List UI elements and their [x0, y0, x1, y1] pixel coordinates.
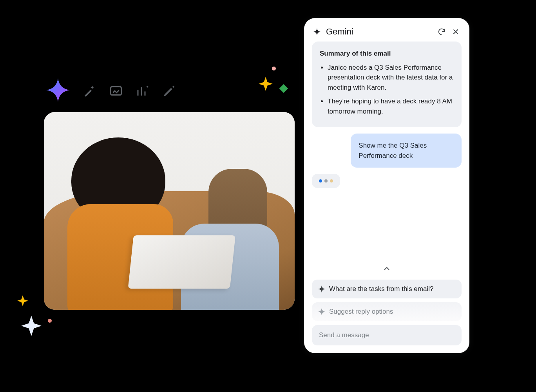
laptop — [127, 235, 235, 302]
gemini-spark-icon — [46, 78, 70, 103]
magic-wand-icon — [82, 84, 96, 98]
chart-spark-icon — [136, 84, 150, 98]
svg-rect-3 — [111, 87, 121, 95]
sparkle-blue-icon — [21, 316, 42, 336]
svg-rect-0 — [279, 84, 288, 93]
summary-item: Janice needs a Q3 Sales Performance pres… — [328, 63, 454, 93]
collapse-suggestions-button[interactable] — [382, 262, 391, 276]
diamond-green-icon — [279, 84, 288, 93]
gemini-side-panel: Gemini Summary of this email Janice need… — [304, 18, 469, 353]
message-input[interactable]: Send a message — [312, 325, 462, 345]
typing-dot-icon — [324, 179, 328, 182]
panel-header: Gemini — [304, 18, 469, 42]
spark-icon — [318, 308, 325, 315]
gemini-icon — [313, 28, 321, 35]
spark-icon — [318, 285, 325, 293]
chat-body: Summary of this email Janice needs a Q3 … — [304, 42, 469, 259]
panel-footer: What are the tasks from this email? Sugg… — [304, 259, 469, 353]
sparkle-yellow-icon — [259, 77, 273, 91]
suggestion-chip[interactable]: Suggest reply options — [312, 302, 462, 321]
photo-scene — [44, 112, 295, 310]
close-button[interactable] — [451, 27, 460, 36]
svg-point-1 — [272, 67, 276, 70]
summary-item: They're hoping to have a deck ready 8 AM… — [328, 96, 454, 116]
image-spark-icon — [109, 84, 123, 98]
pencil-spark-icon — [162, 84, 176, 98]
suggestion-chip[interactable]: What are the tasks from this email? — [312, 280, 462, 298]
typing-dot-icon — [330, 179, 333, 182]
feature-icon-row — [46, 78, 176, 103]
assistant-summary-bubble: Summary of this email Janice needs a Q3 … — [312, 42, 462, 127]
dot-red-icon — [48, 319, 52, 323]
hero-photo — [44, 112, 295, 310]
suggestion-label: What are the tasks from this email? — [329, 285, 433, 293]
sparkle-yellow-small-icon — [17, 295, 28, 306]
user-message-bubble: Show me the Q3 Sales Performance deck — [351, 134, 462, 168]
suggestion-label: Suggest reply options — [329, 308, 393, 316]
summary-heading: Summary of this email — [320, 49, 454, 59]
refresh-button[interactable] — [437, 27, 446, 36]
typing-dot-icon — [319, 179, 322, 182]
panel-title: Gemini — [326, 27, 432, 37]
input-placeholder: Send a message — [319, 331, 369, 339]
svg-point-2 — [48, 319, 52, 323]
typing-indicator — [312, 174, 340, 188]
dot-pink-icon — [272, 67, 276, 70]
summary-list: Janice needs a Q3 Sales Performance pres… — [320, 63, 454, 117]
